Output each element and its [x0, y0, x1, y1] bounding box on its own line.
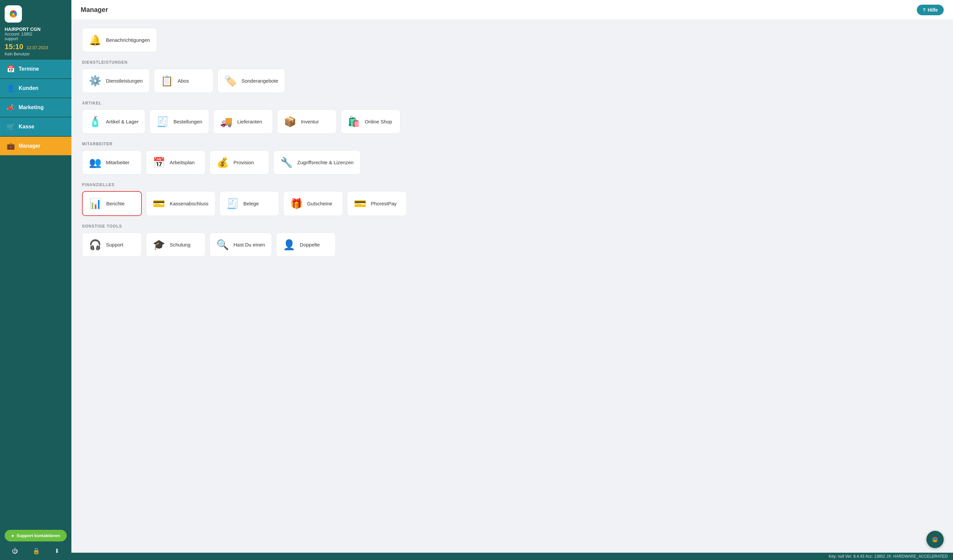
phorestpay-icon: 💳: [354, 198, 366, 209]
card-benachrichtigungen[interactable]: 🔔 Benachrichtigungen: [82, 28, 157, 52]
card-arbeitsplan[interactable]: 📅 Arbeitsplan: [146, 150, 206, 175]
sidebar: HAIRPORT CGN Account: 13852 support 15:1…: [0, 0, 71, 560]
benachrichtigungen-icon: 🔔: [89, 34, 101, 46]
hilfe-label: Hilfe: [928, 7, 938, 12]
sidebar-item-label: Manager: [19, 143, 40, 149]
arbeitsplan-icon: 📅: [153, 156, 165, 168]
gutscheine-icon: 🎁: [290, 198, 303, 209]
no-user-label: Kein Benutzer: [5, 52, 67, 56]
card-gutscheine[interactable]: 🎁 Gutscheine: [283, 191, 343, 216]
kassenabschluss-label: Kassenabschluss: [170, 201, 208, 206]
hast-du-icon: 🔍: [216, 239, 229, 251]
card-lieferanten[interactable]: 🚚 Lieferanten: [213, 110, 273, 134]
card-dienstleistungen[interactable]: ⚙️ Dienstleistungen: [82, 69, 150, 93]
power-icon[interactable]: ⏻: [12, 548, 18, 555]
main-area: Manager ? Hilfe 🔔 Benachrichtigungen DIE…: [71, 0, 953, 560]
sonstige-tools-section: SONSTIGE TOOLS 🎧 Support 🎓 Schulung 🔍 Ha…: [82, 224, 942, 257]
float-phorest-button[interactable]: [927, 531, 944, 548]
sidebar-item-termine[interactable]: 📅 Termine: [0, 60, 71, 78]
schulung-icon: 🎓: [153, 239, 165, 251]
berichte-icon: 📊: [89, 198, 102, 209]
kasse-icon: 🛒: [7, 123, 15, 131]
sidebar-item-marketing[interactable]: 📣 Marketing: [0, 98, 71, 117]
termine-icon: 📅: [7, 65, 15, 73]
dienstleistungen-section-title: DIENSTLEISTUNGEN: [82, 60, 942, 65]
kunden-icon: 👤: [7, 84, 15, 92]
card-inventur[interactable]: 📦 Inventur: [277, 110, 337, 134]
sonderangebote-label: Sonderangebote: [241, 78, 278, 84]
manager-content: 🔔 Benachrichtigungen DIENSTLEISTUNGEN ⚙️…: [71, 20, 953, 553]
card-kassenabschluss[interactable]: 💳 Kassenabschluss: [146, 191, 216, 216]
sidebar-nav: 📅 Termine 👤 Kunden 📣 Marketing 🛒 Kasse 💼…: [0, 60, 71, 526]
sidebar-item-manager[interactable]: 💼 Manager: [0, 137, 71, 155]
sidebar-item-label: Marketing: [19, 105, 44, 110]
doppelte-icon: 👤: [283, 239, 295, 251]
mitarbeiter-label: Mitarbeiter: [106, 159, 129, 165]
card-hast-du[interactable]: 🔍 Hast Du einen: [210, 232, 272, 257]
card-zugriffsrechte[interactable]: 🔧 Zugriffsrechte & Lizenzen: [273, 150, 361, 175]
berichte-label: Berichte: [106, 201, 124, 206]
mitarbeiter-section-title: MITARBEITER: [82, 142, 942, 146]
belege-label: Belege: [244, 201, 259, 206]
dienstleistungen-label: Dienstleistungen: [106, 78, 143, 84]
doppelte-label: Doppelte: [300, 242, 320, 248]
card-abos[interactable]: 📋 Abos: [154, 69, 214, 93]
status-bar: Key: null Ver: 8.4.43 Acc: 13852 JX: HAR…: [71, 553, 953, 560]
sidebar-item-kunden[interactable]: 👤 Kunden: [0, 79, 71, 97]
card-phorestpay[interactable]: 💳 PhorestPay: [347, 191, 407, 216]
lieferanten-label: Lieferanten: [237, 119, 262, 124]
artikel-section-title: ARTIKEL: [82, 101, 942, 105]
belege-icon: 🧾: [227, 198, 239, 209]
inventur-label: Inventur: [301, 119, 319, 124]
sidebar-item-label: Kunden: [19, 85, 39, 91]
artikel-lager-icon: 🧴: [89, 116, 101, 127]
benachrichtigungen-section-cards-row: 🔔 Benachrichtigungen: [82, 28, 942, 52]
hilfe-button[interactable]: ? Hilfe: [917, 5, 944, 15]
kassenabschluss-icon: 💳: [153, 198, 165, 209]
sidebar-footer: ● Support kontaktieren: [0, 526, 71, 544]
arbeitsplan-label: Arbeitsplan: [170, 159, 195, 165]
marketing-icon: 📣: [7, 104, 15, 111]
card-support[interactable]: 🎧 Support: [82, 232, 142, 257]
card-belege[interactable]: 🧾 Belege: [219, 191, 279, 216]
card-online-shop[interactable]: 🛍️ Online Shop: [341, 110, 400, 134]
online-shop-label: Online Shop: [365, 119, 392, 124]
card-doppelte[interactable]: 👤 Doppelte: [276, 232, 336, 257]
sidebar-item-kasse[interactable]: 🛒 Kasse: [0, 118, 71, 136]
online-shop-icon: 🛍️: [348, 116, 360, 127]
account-info: Account: 13852: [5, 32, 67, 37]
svg-point-0: [7, 8, 19, 20]
zugriffsrechte-icon: 🔧: [280, 156, 293, 168]
sonstige-tools-section-cards-row: 🎧 Support 🎓 Schulung 🔍 Hast Du einen 👤 D…: [82, 232, 942, 257]
manager-icon: 💼: [7, 142, 15, 150]
question-icon: ?: [923, 7, 926, 12]
top-bar: Manager ? Hilfe: [71, 0, 953, 20]
benachrichtigungen-section: 🔔 Benachrichtigungen: [82, 28, 942, 52]
dienstleistungen-icon: ⚙️: [89, 75, 101, 87]
sidebar-item-label: Termine: [19, 66, 39, 72]
artikel-section: ARTIKEL 🧴 Artikel & Lager 🧾 Bestellungen…: [82, 101, 942, 134]
support-user: support: [5, 37, 67, 41]
sidebar-bottom-icons: ⏻ 🔒 ⬇: [0, 544, 71, 560]
lock-icon[interactable]: 🔒: [33, 548, 40, 555]
finanzielles-section-title: FINANZIELLES: [82, 183, 942, 187]
card-berichte[interactable]: 📊 Berichte: [82, 191, 142, 216]
sidebar-header: [0, 0, 71, 26]
card-provision[interactable]: 💰 Provision: [210, 150, 269, 175]
sonstige-tools-section-title: SONSTIGE TOOLS: [82, 224, 942, 229]
card-bestellungen[interactable]: 🧾 Bestellungen: [149, 110, 209, 134]
card-sonderangebote[interactable]: 🏷️ Sonderangebote: [217, 69, 285, 93]
card-mitarbeiter[interactable]: 👥 Mitarbeiter: [82, 150, 142, 175]
finanzielles-section-cards-row: 📊 Berichte 💳 Kassenabschluss 🧾 Belege 🎁 …: [82, 191, 942, 216]
card-artikel-lager[interactable]: 🧴 Artikel & Lager: [82, 110, 146, 134]
inventur-icon: 📦: [284, 116, 296, 127]
card-schulung[interactable]: 🎓 Schulung: [146, 232, 206, 257]
support-contact-button[interactable]: ● Support kontaktieren: [5, 530, 67, 541]
schulung-label: Schulung: [170, 242, 191, 248]
abos-icon: 📋: [161, 75, 173, 87]
download-icon[interactable]: ⬇: [54, 548, 59, 555]
phorestpay-label: PhorestPay: [371, 201, 397, 206]
logo: [5, 5, 22, 23]
bestellungen-label: Bestellungen: [173, 119, 202, 124]
support-btn-label: Support kontaktieren: [17, 533, 60, 538]
